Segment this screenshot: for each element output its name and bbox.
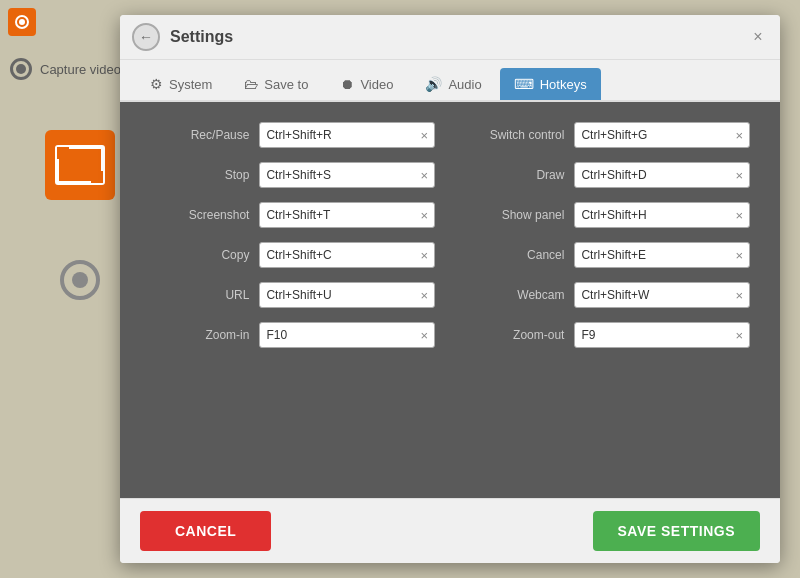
hotkey-input-wrapper: ×	[574, 202, 750, 228]
hotkey-input[interactable]	[581, 208, 731, 222]
hotkey-input[interactable]	[266, 168, 416, 182]
hotkey-label: Screenshot	[169, 208, 249, 222]
capture-video-label: Capture video	[10, 58, 121, 80]
tab-hotkeys-label: Hotkeys	[540, 77, 587, 92]
hotkeys-icon: ⌨	[514, 76, 534, 92]
tab-save-to-label: Save to	[264, 77, 308, 92]
clear-icon[interactable]: ×	[735, 289, 743, 302]
clear-icon[interactable]: ×	[420, 289, 428, 302]
close-icon: ×	[753, 28, 762, 46]
hotkey-row-left-4: URL ×	[150, 282, 435, 308]
hotkey-input[interactable]	[266, 248, 416, 262]
clear-icon[interactable]: ×	[420, 169, 428, 182]
hotkey-label: Zoom-in	[169, 328, 249, 342]
hotkey-input[interactable]	[581, 328, 731, 342]
tab-audio[interactable]: 🔊 Audio	[411, 68, 495, 100]
svg-point-1	[19, 19, 25, 25]
app-icon	[45, 130, 115, 200]
hotkey-row-left-2: Screenshot ×	[150, 202, 435, 228]
hotkey-label: URL	[169, 288, 249, 302]
hotkey-input[interactable]	[581, 288, 731, 302]
hotkey-label: Stop	[169, 168, 249, 182]
hotkey-input[interactable]	[581, 248, 731, 262]
hotkey-label: Switch control	[484, 128, 564, 142]
clear-icon[interactable]: ×	[735, 209, 743, 222]
clear-icon[interactable]: ×	[735, 169, 743, 182]
app-icon-widget	[45, 130, 115, 200]
hotkey-input-wrapper: ×	[259, 282, 435, 308]
tab-system-label: System	[169, 77, 212, 92]
capture-frame-icon	[55, 145, 105, 185]
hotkey-input[interactable]	[266, 328, 416, 342]
tab-video-label: Video	[360, 77, 393, 92]
hotkey-input-wrapper: ×	[259, 162, 435, 188]
clear-icon[interactable]: ×	[420, 209, 428, 222]
tab-save-to[interactable]: 🗁 Save to	[230, 68, 322, 100]
hotkey-label: Webcam	[484, 288, 564, 302]
hotkey-input-wrapper: ×	[259, 122, 435, 148]
close-button[interactable]: ×	[748, 27, 768, 47]
app-logo	[8, 8, 36, 36]
hotkey-label: Copy	[169, 248, 249, 262]
hotkey-input-wrapper: ×	[574, 322, 750, 348]
hotkey-input-wrapper: ×	[574, 242, 750, 268]
hotkey-row-left-0: Rec/Pause ×	[150, 122, 435, 148]
hotkey-row-left-3: Copy ×	[150, 242, 435, 268]
hotkey-input-wrapper: ×	[259, 322, 435, 348]
clear-icon[interactable]: ×	[735, 249, 743, 262]
hotkey-row-right-2: Show panel ×	[465, 202, 750, 228]
video-icon: ⏺	[340, 76, 354, 92]
clear-icon[interactable]: ×	[735, 329, 743, 342]
tab-system[interactable]: ⚙ System	[136, 68, 226, 100]
tabs-bar: ⚙ System 🗁 Save to ⏺ Video 🔊 Audio ⌨ Hot…	[120, 60, 780, 102]
hotkey-row-right-4: Webcam ×	[465, 282, 750, 308]
hotkey-row-left-5: Zoom-in ×	[150, 322, 435, 348]
hotkey-row-left-1: Stop ×	[150, 162, 435, 188]
clear-icon[interactable]: ×	[735, 129, 743, 142]
hotkey-input-wrapper: ×	[574, 162, 750, 188]
hotkey-input-wrapper: ×	[574, 122, 750, 148]
hotkeys-content: Rec/Pause × Switch control × Stop × Dr	[120, 102, 780, 498]
tab-hotkeys[interactable]: ⌨ Hotkeys	[500, 68, 601, 100]
clear-icon[interactable]: ×	[420, 329, 428, 342]
record-button-large[interactable]	[60, 260, 100, 300]
hotkey-row-right-0: Switch control ×	[465, 122, 750, 148]
clear-icon[interactable]: ×	[420, 249, 428, 262]
hotkey-input[interactable]	[581, 168, 731, 182]
dialog-titlebar: ← Settings ×	[120, 15, 780, 60]
hotkey-row-right-5: Zoom-out ×	[465, 322, 750, 348]
save-settings-button[interactable]: SAVE SETTINGS	[593, 511, 760, 551]
hotkey-input[interactable]	[266, 128, 416, 142]
audio-icon: 🔊	[425, 76, 442, 92]
hotkey-input[interactable]	[266, 208, 416, 222]
titlebar-left: ← Settings	[132, 23, 233, 51]
hotkey-input-wrapper: ×	[574, 282, 750, 308]
clear-icon[interactable]: ×	[420, 129, 428, 142]
back-arrow-icon: ←	[139, 29, 153, 45]
folder-icon: 🗁	[244, 76, 258, 92]
cancel-button[interactable]: CANCEL	[140, 511, 271, 551]
hotkey-row-right-1: Draw ×	[465, 162, 750, 188]
settings-dialog: ← Settings × ⚙ System 🗁 Save to ⏺ Video …	[120, 15, 780, 563]
hotkey-label: Draw	[484, 168, 564, 182]
record-icon	[10, 58, 32, 80]
back-button[interactable]: ←	[132, 23, 160, 51]
hotkey-input-wrapper: ×	[259, 202, 435, 228]
tab-audio-label: Audio	[448, 77, 481, 92]
hotkey-label: Rec/Pause	[169, 128, 249, 142]
hotkey-input-wrapper: ×	[259, 242, 435, 268]
hotkeys-grid: Rec/Pause × Switch control × Stop × Dr	[150, 122, 750, 348]
hotkey-row-right-3: Cancel ×	[465, 242, 750, 268]
dialog-title: Settings	[170, 28, 233, 46]
capture-video-text: Capture video	[40, 62, 121, 77]
system-icon: ⚙	[150, 76, 163, 92]
dialog-footer: CANCEL SAVE SETTINGS	[120, 498, 780, 563]
hotkey-input[interactable]	[581, 128, 731, 142]
hotkey-label: Cancel	[484, 248, 564, 262]
hotkey-label: Zoom-out	[484, 328, 564, 342]
hotkey-label: Show panel	[484, 208, 564, 222]
tab-video[interactable]: ⏺ Video	[326, 68, 407, 100]
hotkey-input[interactable]	[266, 288, 416, 302]
